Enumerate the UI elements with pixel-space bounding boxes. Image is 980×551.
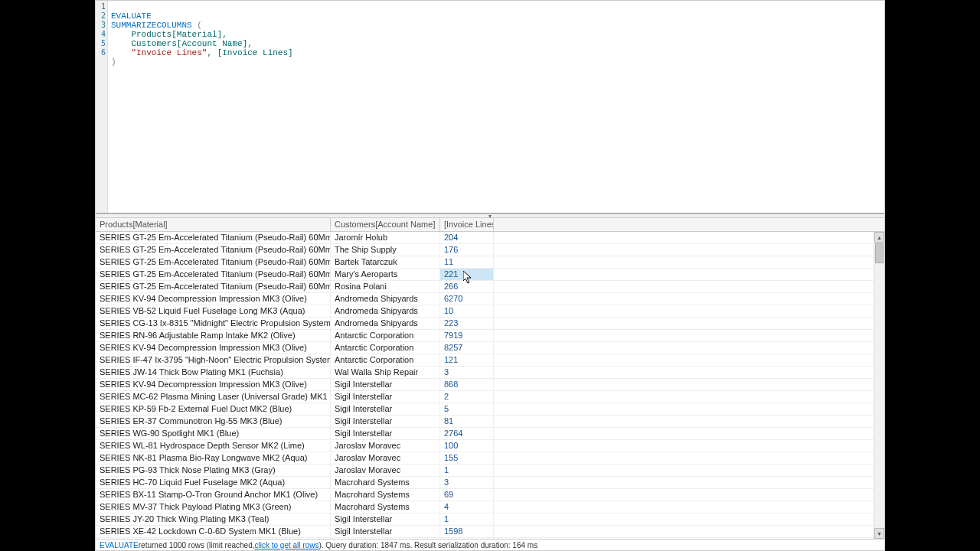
cell-invoice-lines[interactable]: 176 [440, 244, 494, 256]
cell-material[interactable]: SERIES ER-37 Communotron Hg-55 MK3 (Blue… [96, 416, 331, 427]
cell-material[interactable]: SERIES GT-25 Em-Accelerated Titanium (Ps… [96, 232, 331, 243]
table-row[interactable]: SERIES KV-94 Decompression Impression MK… [96, 342, 884, 354]
cell-invoice-lines[interactable]: 868 [440, 379, 494, 390]
cell-invoice-lines[interactable]: 7919 [440, 330, 494, 341]
code-content[interactable]: EVALUATE SUMMARIZECOLUMNS ( Products[Mat… [108, 1, 884, 213]
vertical-scrollbar[interactable]: ▲ ▼ [874, 232, 884, 539]
cell-invoice-lines[interactable]: 1598 [440, 526, 494, 537]
cell-material[interactable]: SERIES KV-94 Decompression Impression MK… [96, 379, 331, 390]
cell-material[interactable]: SERIES PG-93 Thick Nose Plating MK3 (Gra… [96, 465, 331, 476]
column-header-invoice-lines[interactable]: [Invoice Lines] [440, 218, 494, 231]
cell-account[interactable]: Jaroslav Moravec [331, 440, 440, 452]
cell-invoice-lines[interactable]: 3 [440, 367, 494, 378]
cell-material[interactable]: SERIES BX-11 Stamp-O-Tron Ground Anchor … [96, 489, 331, 500]
cell-material[interactable]: SERIES HC-70 Liquid Fuel Fuselage MK2 (A… [96, 477, 331, 488]
cell-account[interactable]: Sigil Interstellar [331, 514, 440, 525]
cell-account[interactable]: Sigil Interstellar [331, 416, 440, 427]
table-row[interactable]: SERIES ER-37 Communotron Hg-55 MK3 (Blue… [96, 416, 884, 428]
cell-invoice-lines[interactable]: 2 [440, 391, 494, 403]
cell-invoice-lines[interactable]: 69 [440, 489, 494, 500]
table-row[interactable]: SERIES GT-25 Em-Accelerated Titanium (Ps… [96, 232, 884, 244]
cell-invoice-lines[interactable]: 1 [440, 514, 494, 525]
cell-material[interactable]: SERIES JW-14 Thick Bow Plating MK1 (Fuch… [96, 367, 331, 378]
cell-invoice-lines[interactable]: 2764 [440, 428, 494, 439]
column-header-material[interactable]: Products[Material] [96, 218, 331, 231]
scroll-thumb[interactable] [875, 243, 884, 263]
cell-invoice-lines[interactable]: 100 [440, 440, 494, 452]
cell-account[interactable]: Macrohard Systems [331, 501, 440, 513]
cell-material[interactable]: SERIES WL-81 Hydrospace Depth Sensor MK2… [96, 440, 331, 452]
cell-material[interactable]: SERIES WG-90 Spotlight MK1 (Blue) [96, 428, 331, 439]
column-header-account[interactable]: Customers[Account Name] [331, 218, 440, 231]
cell-invoice-lines[interactable]: 6270 [440, 293, 494, 305]
cell-material[interactable]: SERIES RN-96 Adjustable Ramp Intake MK2 … [96, 330, 331, 341]
table-row[interactable]: SERIES CG-13 Ix-8315 "Midnight" Electric… [96, 318, 884, 330]
scroll-down-button[interactable]: ▼ [874, 528, 884, 539]
cell-invoice-lines[interactable]: 223 [440, 318, 494, 329]
cell-account[interactable]: Macrohard Systems [331, 477, 440, 488]
cell-account[interactable]: Andromeda Shipyards [331, 305, 440, 317]
cell-invoice-lines[interactable]: 155 [440, 452, 494, 464]
cell-material[interactable]: SERIES NO-68 Sc-9001 Science Jr MK1 (Bla… [96, 538, 331, 539]
table-row[interactable]: SERIES KV-94 Decompression Impression MK… [96, 379, 884, 391]
table-row[interactable]: SERIES PG-93 Thick Nose Plating MK3 (Gra… [96, 465, 884, 477]
cell-account[interactable]: The Ship Supply [331, 244, 440, 256]
table-row[interactable]: SERIES IF-47 Ix-3795 "High-Noon" Electri… [96, 354, 884, 367]
cell-invoice-lines[interactable]: 10 [440, 305, 494, 317]
cell-material[interactable]: SERIES GT-25 Em-Accelerated Titanium (Ps… [96, 269, 331, 280]
cell-account[interactable]: Antarctic Corporation [331, 342, 440, 354]
table-row[interactable]: SERIES XE-42 Lockdown C-0-6D System MK1 … [96, 526, 884, 538]
table-row[interactable]: SERIES GT-25 Em-Accelerated Titanium (Ps… [96, 244, 884, 256]
cell-invoice-lines[interactable]: 1 [440, 465, 494, 476]
table-row[interactable]: SERIES KP-59 Fb-2 External Fuel Duct MK2… [96, 403, 884, 416]
cell-material[interactable]: SERIES NK-81 Plasma Bio-Ray Longwave MK2… [96, 452, 331, 464]
cell-invoice-lines[interactable]: 3 [440, 477, 494, 488]
cell-account[interactable]: Sigil Interstellar [331, 428, 440, 439]
cell-account[interactable]: Antarctic Corporation [331, 354, 440, 366]
cell-account[interactable]: Sigil Interstellar [331, 391, 440, 403]
cell-material[interactable]: SERIES MC-62 Plasma Mining Laser (Univer… [96, 391, 331, 403]
table-row[interactable]: SERIES WL-81 Hydrospace Depth Sensor MK2… [96, 440, 884, 452]
cell-material[interactable]: SERIES GT-25 Em-Accelerated Titanium (Ps… [96, 244, 331, 256]
table-row[interactable]: SERIES BX-11 Stamp-O-Tron Ground Anchor … [96, 489, 884, 501]
cell-account[interactable]: Sigil Interstellar [331, 526, 440, 537]
cell-account[interactable]: Rosina Polani [331, 281, 440, 292]
cell-account[interactable]: Bartek Tatarczuk [331, 256, 440, 268]
cell-account[interactable]: Antarctic Corporation [331, 330, 440, 341]
cell-account[interactable]: Macrohard Systems [331, 489, 440, 500]
table-row[interactable]: SERIES NK-81 Plasma Bio-Ray Longwave MK2… [96, 452, 884, 465]
table-row[interactable]: SERIES MV-37 Thick Payload Plating MK3 (… [96, 501, 884, 514]
cell-account[interactable]: Mary's Aeroparts [331, 269, 440, 280]
cell-material[interactable]: SERIES CG-13 Ix-8315 "Midnight" Electric… [96, 318, 331, 329]
table-row[interactable]: SERIES KV-94 Decompression Impression MK… [96, 293, 884, 305]
cell-account[interactable]: Jaroslav Moravec [331, 452, 440, 464]
cell-invoice-lines[interactable]: 120 [440, 538, 494, 539]
cell-invoice-lines[interactable]: 121 [440, 354, 494, 366]
scroll-up-button[interactable]: ▲ [874, 232, 884, 243]
grid-body[interactable]: SERIES GT-25 Em-Accelerated Titanium (Ps… [96, 232, 884, 539]
table-row[interactable]: SERIES HC-70 Liquid Fuel Fuselage MK2 (A… [96, 477, 884, 489]
cell-account[interactable]: Sigil Interstellar [331, 379, 440, 390]
cell-invoice-lines[interactable]: 5 [440, 403, 494, 415]
table-row[interactable]: SERIES GT-25 Em-Accelerated Titanium (Ps… [96, 269, 884, 281]
cell-material[interactable]: SERIES GT-25 Em-Accelerated Titanium (Ps… [96, 281, 331, 292]
cell-material[interactable]: SERIES MV-37 Thick Payload Plating MK3 (… [96, 501, 331, 513]
cell-account[interactable]: Jaroslav Moravec [331, 465, 440, 476]
cell-invoice-lines[interactable]: 81 [440, 416, 494, 427]
cell-material[interactable]: SERIES KV-94 Decompression Impression MK… [96, 342, 331, 354]
cell-invoice-lines[interactable]: 4 [440, 501, 494, 513]
table-row[interactable]: SERIES RN-96 Adjustable Ramp Intake MK2 … [96, 330, 884, 342]
cell-material[interactable]: SERIES GT-25 Em-Accelerated Titanium (Ps… [96, 256, 331, 268]
cell-material[interactable]: SERIES XE-42 Lockdown C-0-6D System MK1 … [96, 526, 331, 537]
table-row[interactable]: SERIES WG-90 Spotlight MK1 (Blue)Sigil I… [96, 428, 884, 440]
cell-invoice-lines[interactable]: 204 [440, 232, 494, 243]
table-row[interactable]: SERIES VB-52 Liquid Fuel Fuselage Long M… [96, 305, 884, 318]
table-row[interactable]: SERIES GT-25 Em-Accelerated Titanium (Ps… [96, 281, 884, 293]
cell-invoice-lines[interactable]: 8257 [440, 342, 494, 354]
cell-material[interactable]: SERIES KP-59 Fb-2 External Fuel Duct MK2… [96, 403, 331, 415]
table-row[interactable]: SERIES NO-68 Sc-9001 Science Jr MK1 (Bla… [96, 538, 884, 539]
table-row[interactable]: SERIES GT-25 Em-Accelerated Titanium (Ps… [96, 256, 884, 269]
cell-account[interactable]: Andromeda Shipyards [331, 293, 440, 305]
cell-material[interactable]: SERIES VB-52 Liquid Fuel Fuselage Long M… [96, 305, 331, 317]
cell-material[interactable]: SERIES IF-47 Ix-3795 "High-Noon" Electri… [96, 354, 331, 366]
